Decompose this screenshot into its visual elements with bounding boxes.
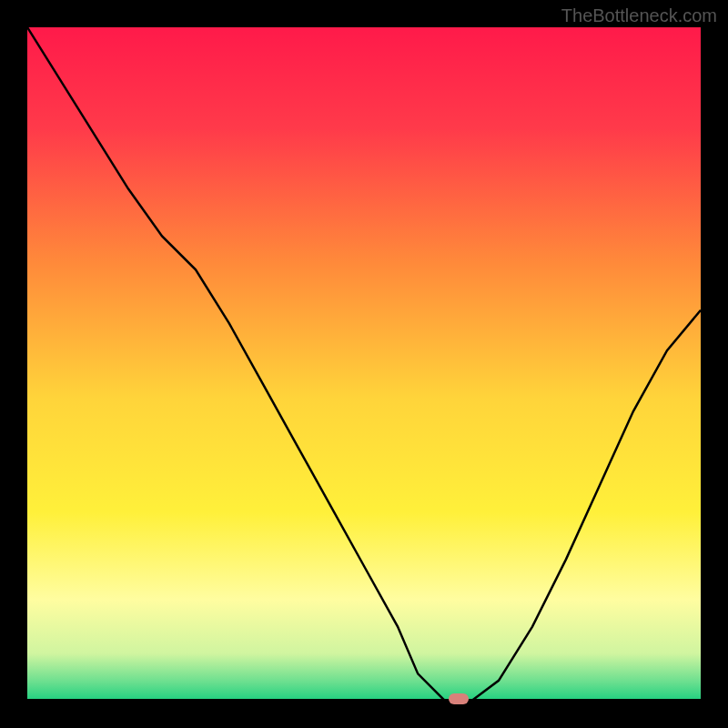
optimal-marker [449,693,469,704]
watermark-text: TheBottleneck.com [561,5,717,26]
bottleneck-curve [27,27,701,701]
curve-layer [27,27,701,701]
chart-container: TheBottleneck.com [0,0,728,728]
plot-area [27,27,701,701]
